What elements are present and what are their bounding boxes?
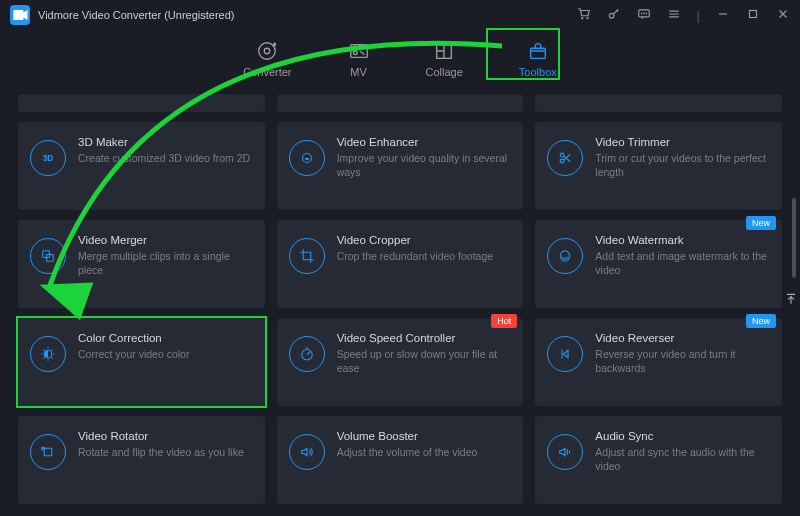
tool-desc: Merge multiple clips into a single piece xyxy=(78,249,251,277)
card-stub xyxy=(277,94,524,112)
tool-desc: Improve your video quality in several wa… xyxy=(337,151,510,179)
tool-desc: Trim or cut your videos to the perfect l… xyxy=(595,151,768,179)
enhancer-icon xyxy=(289,140,325,176)
close-icon[interactable] xyxy=(776,7,790,24)
maximize-icon[interactable] xyxy=(746,7,760,24)
cart-icon[interactable] xyxy=(577,7,591,24)
svg-point-7 xyxy=(265,48,271,54)
main-tabs: Converter MV Collage Toolbox xyxy=(0,30,800,94)
app-logo xyxy=(10,5,30,25)
card-stub xyxy=(18,94,265,112)
tool-card-enhancer[interactable]: Video EnhancerImprove your video quality… xyxy=(277,122,524,210)
tool-desc: Create customized 3D video from 2D xyxy=(78,151,251,165)
titlebar: Vidmore Video Converter (Unregistered) | xyxy=(0,0,800,30)
trimmer-icon xyxy=(547,140,583,176)
tool-desc: Correct your video color xyxy=(78,347,251,361)
tab-label: Collage xyxy=(426,66,463,78)
window-controls: | xyxy=(577,7,790,24)
tool-desc: Rotate and flip the video as you like xyxy=(78,445,251,459)
tool-title: 3D Maker xyxy=(78,136,251,148)
tab-collage[interactable]: Collage xyxy=(418,36,471,82)
key-icon[interactable] xyxy=(607,7,621,24)
tool-desc: Adjust and sync the audio with the video xyxy=(595,445,768,473)
tool-card-audiosync[interactable]: Audio SyncAdjust and sync the audio with… xyxy=(535,416,782,504)
tab-converter[interactable]: Converter xyxy=(235,36,299,82)
tool-title: Video Trimmer xyxy=(595,136,768,148)
menu-icon[interactable] xyxy=(667,7,681,24)
tool-card-color[interactable]: Color CorrectionCorrect your video color xyxy=(18,318,265,406)
tool-card-cropper[interactable]: Video CropperCrop the redundant video fo… xyxy=(277,220,524,308)
tab-toolbox[interactable]: Toolbox xyxy=(511,36,565,82)
tool-card-speed[interactable]: HotVideo Speed ControllerSpeed up or slo… xyxy=(277,318,524,406)
tool-title: Video Speed Controller xyxy=(337,332,510,344)
speed-icon xyxy=(289,336,325,372)
svg-point-3 xyxy=(643,13,644,14)
scrollbar[interactable] xyxy=(792,198,796,278)
tool-title: Video Merger xyxy=(78,234,251,246)
3d-icon: 3D xyxy=(30,140,66,176)
watermark-icon xyxy=(547,238,583,274)
tool-card-volume[interactable]: Volume BoosterAdjust the volume of the v… xyxy=(277,416,524,504)
tool-desc: Add text and image watermark to the vide… xyxy=(595,249,768,277)
tool-card-trimmer[interactable]: Video TrimmerTrim or cut your videos to … xyxy=(535,122,782,210)
cropper-icon xyxy=(289,238,325,274)
tool-card-watermark[interactable]: NewVideo WatermarkAdd text and image wat… xyxy=(535,220,782,308)
tool-desc: Adjust the volume of the video xyxy=(337,445,510,459)
tool-title: Video Reverser xyxy=(595,332,768,344)
audiosync-icon xyxy=(547,434,583,470)
tool-desc: Crop the redundant video footage xyxy=(337,249,510,263)
tab-mv[interactable]: MV xyxy=(340,36,378,82)
svg-point-9 xyxy=(353,51,357,55)
svg-rect-11 xyxy=(530,48,545,58)
tool-title: Video Rotator xyxy=(78,430,251,442)
svg-text:3D: 3D xyxy=(43,154,54,163)
tool-card-reverser[interactable]: NewVideo ReverserReverse your video and … xyxy=(535,318,782,406)
svg-point-4 xyxy=(646,13,647,14)
tab-label: MV xyxy=(350,66,367,78)
tool-card-merger[interactable]: Video MergerMerge multiple clips into a … xyxy=(18,220,265,308)
tool-card-3d[interactable]: 3D3D MakerCreate customized 3D video fro… xyxy=(18,122,265,210)
tool-card-rotator[interactable]: Video RotatorRotate and flip the video a… xyxy=(18,416,265,504)
window-title: Vidmore Video Converter (Unregistered) xyxy=(38,9,577,21)
tool-title: Video Enhancer xyxy=(337,136,510,148)
svg-point-2 xyxy=(641,13,642,14)
svg-rect-5 xyxy=(750,10,757,17)
tool-title: Volume Booster xyxy=(337,430,510,442)
volume-icon xyxy=(289,434,325,470)
merger-icon xyxy=(30,238,66,274)
tab-label: Converter xyxy=(243,66,291,78)
svg-point-0 xyxy=(609,13,614,18)
tool-title: Video Watermark xyxy=(595,234,768,246)
toolbox-content: 3D3D MakerCreate customized 3D video fro… xyxy=(0,94,800,504)
tool-desc: Speed up or slow down your file at ease xyxy=(337,347,510,375)
minimize-icon[interactable] xyxy=(716,7,730,24)
svg-rect-20 xyxy=(44,448,52,456)
badge-new: New xyxy=(746,216,776,230)
feedback-icon[interactable] xyxy=(637,7,651,24)
tool-title: Video Cropper xyxy=(337,234,510,246)
color-icon xyxy=(30,336,66,372)
card-stub xyxy=(535,94,782,112)
tool-desc: Reverse your video and turn it backwards xyxy=(595,347,768,375)
rotator-icon xyxy=(30,434,66,470)
reverser-icon xyxy=(547,336,583,372)
badge-new: New xyxy=(746,314,776,328)
tool-title: Audio Sync xyxy=(595,430,768,442)
tab-label: Toolbox xyxy=(519,66,557,78)
scroll-top-icon[interactable] xyxy=(784,292,798,309)
tool-title: Color Correction xyxy=(78,332,251,344)
badge-hot: Hot xyxy=(491,314,517,328)
